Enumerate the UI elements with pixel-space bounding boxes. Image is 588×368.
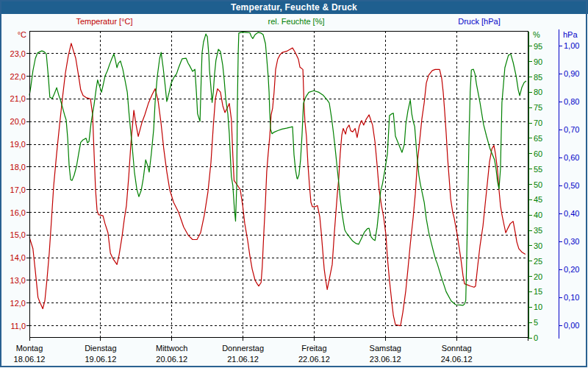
day-name-label: Sonntag xyxy=(442,344,472,353)
humidity-tick-label: 0 xyxy=(534,333,538,342)
temp-tick-label: 13,0 xyxy=(10,276,26,285)
temp-tick-label: 14,0 xyxy=(10,253,26,262)
day-date-label: 19.06.12 xyxy=(85,355,116,364)
day-name-label: Donnerstag xyxy=(222,344,264,353)
humidity-tick-label: 85 xyxy=(534,73,542,82)
temp-tick-label: 18,0 xyxy=(10,163,26,171)
day-name-label: Mittwoch xyxy=(156,344,187,353)
day-date-label: 22.06.12 xyxy=(298,355,330,364)
plot-area xyxy=(29,31,528,337)
pressure-tick-label: 0,80 xyxy=(564,97,579,106)
temp-tick-label: 15,0 xyxy=(10,230,26,239)
humidity-tick-label: 65 xyxy=(534,134,542,143)
day-name-label: Montag xyxy=(16,344,43,353)
humidity-axis-title: rel. Feuchte [%] xyxy=(268,17,324,26)
chart-window: Temperatur, Feuchte & Druck Temperatur [… xyxy=(0,0,588,368)
humidity-tick-label: 55 xyxy=(534,165,542,174)
temperature-axis-title: Temperatur [°C] xyxy=(76,17,132,26)
humidity-tick-label: 80 xyxy=(534,88,542,96)
day-name-label: Samstag xyxy=(370,344,401,353)
day-date-label: 20.06.12 xyxy=(156,355,187,364)
pressure-tick-label: 1,00 xyxy=(564,41,579,50)
temperature-unit-label: °C xyxy=(18,30,26,39)
day-date-label: 23.06.12 xyxy=(370,355,401,364)
day-date-label: 21.06.12 xyxy=(227,355,259,364)
pressure-tick-label: 0,00 xyxy=(564,321,579,330)
pressure-tick-label: 0,60 xyxy=(564,153,579,162)
pressure-tick-label: 0,30 xyxy=(564,237,579,246)
pressure-axis-title: Druck [hPa] xyxy=(458,17,500,26)
temp-tick-label: 22,0 xyxy=(10,72,26,81)
day-date-label: 24.06.12 xyxy=(441,355,473,364)
temp-tick-label: 11,0 xyxy=(10,322,26,330)
humidity-tick-label: 5 xyxy=(534,318,538,327)
humidity-tick-label: 70 xyxy=(534,118,542,127)
pressure-tick-label: 0,50 xyxy=(564,181,579,190)
humidity-tick-label: 45 xyxy=(534,195,542,204)
humidity-tick-label: 75 xyxy=(534,103,542,112)
humidity-tick-label: 15 xyxy=(534,287,542,296)
pressure-tick-label: 0,90 xyxy=(564,69,579,78)
day-date-label: 18.06.12 xyxy=(14,355,46,364)
temp-tick-label: 12,0 xyxy=(10,299,26,308)
humidity-unit-label: % xyxy=(533,30,540,39)
humidity-tick-label: 50 xyxy=(534,180,542,189)
temp-tick-label: 20,0 xyxy=(10,117,26,126)
temp-tick-label: 17,0 xyxy=(10,185,26,194)
pressure-tick-label: 0,10 xyxy=(564,293,579,302)
temp-tick-label: 19,0 xyxy=(10,140,26,149)
temp-tick-label: 16,0 xyxy=(10,208,26,217)
temp-tick-label: 23,0 xyxy=(10,49,26,58)
humidity-tick-label: 95 xyxy=(534,42,542,51)
humidity-tick-label: 10 xyxy=(534,302,542,311)
temp-tick-label: 21,0 xyxy=(10,94,26,103)
weather-chart: Temperatur [°C] rel. Feuchte [%] Druck [… xyxy=(0,0,588,368)
humidity-tick-label: 20 xyxy=(534,272,542,281)
humidity-tick-label: 25 xyxy=(534,257,542,266)
pressure-tick-label: 0,70 xyxy=(564,125,579,134)
pressure-tick-label: 0,40 xyxy=(564,209,579,218)
day-name-label: Freitag xyxy=(301,344,326,353)
humidity-tick-label: 30 xyxy=(534,241,542,250)
pressure-tick-label: 0,20 xyxy=(564,265,579,274)
humidity-tick-label: 90 xyxy=(534,57,542,66)
humidity-tick-label: 60 xyxy=(534,149,542,158)
pressure-unit-label: hPa xyxy=(563,30,578,39)
humidity-tick-label: 35 xyxy=(534,226,542,235)
day-name-label: Dienstag xyxy=(85,344,116,353)
humidity-tick-label: 40 xyxy=(534,210,542,219)
